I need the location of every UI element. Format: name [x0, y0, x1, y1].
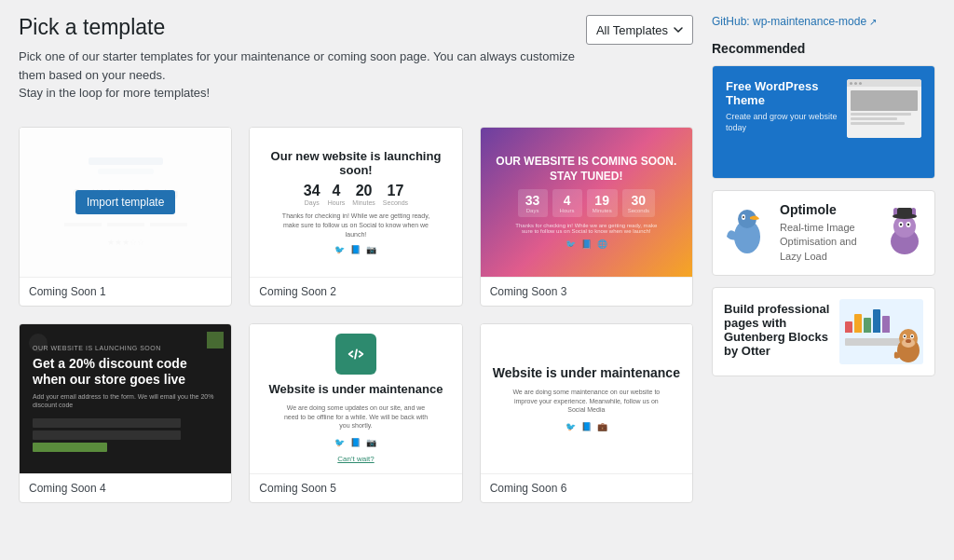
- cs6-linkedin-icon: 💼: [597, 422, 607, 431]
- page-header: Pick a template Pick one of our starter …: [19, 15, 586, 102]
- rec-card-wp-theme[interactable]: Free WordPress Theme Create and grow you…: [712, 65, 935, 179]
- template-card-cs5[interactable]: Website is under maintenance We are doin…: [249, 323, 462, 503]
- template-card-cs2[interactable]: Our new website is launching soon! 34 Da…: [249, 127, 462, 307]
- otter-character-icon: [893, 322, 923, 364]
- rec3-bar-5: [882, 316, 890, 333]
- import-template-button-cs1[interactable]: Import template: [75, 190, 175, 214]
- cs3-num-days: 33: [524, 193, 542, 208]
- cs3-facebook-icon: 📘: [581, 239, 592, 249]
- svg-point-20: [911, 335, 913, 337]
- rec1-text-area: Free WordPress Theme Create and grow you…: [726, 79, 839, 133]
- rec3-preview-area: [839, 299, 923, 364]
- rec1-dot-3: [859, 82, 862, 85]
- cs4-dots-decoration: [29, 334, 48, 352]
- cs2-num-minutes: 20: [352, 183, 375, 199]
- rec2-icon-area: [724, 204, 770, 263]
- instagram-icon: 📷: [366, 245, 376, 254]
- cs6-body-text: We are doing some maintenance on our web…: [511, 388, 661, 415]
- github-link-text: GitHub: wp-maintenance-mode: [712, 15, 866, 28]
- cs3-count-hours: 4 Hours: [552, 189, 582, 217]
- cs3-label-days: Days: [524, 208, 542, 213]
- cs3-count-days: 33 Days: [518, 189, 548, 217]
- template-card-cs4[interactable]: OUR WEBSITE IS LAUNCHING SOON Get a 20% …: [19, 323, 232, 503]
- template-card-cs3[interactable]: OUR WEBSITE IS COMING SOON. STAY TUNED! …: [480, 127, 693, 307]
- cs2-count-hours: 4 Hours: [328, 183, 346, 206]
- cs5-body-text: We are doing some updates on our site, a…: [281, 403, 430, 430]
- rec3-bar-1: [845, 321, 852, 333]
- cs3-label-hours: Hours: [558, 208, 577, 213]
- rec3-content: Build professional pages with Gutenberg …: [713, 288, 934, 376]
- svg-point-3: [743, 216, 744, 218]
- rec-card-optimole[interactable]: Optimole Real-time Image Optimisation an…: [712, 190, 935, 276]
- cs4-name-input: [33, 418, 181, 428]
- template-label-cs1: Coming Soon 1: [20, 277, 231, 306]
- rec1-browser-content: [847, 87, 921, 138]
- template-card-cs1[interactable]: Our Website is Comingsoon. Import templa…: [19, 127, 232, 307]
- template-label-cs3: Coming Soon 3: [481, 277, 692, 306]
- cs4-form: [33, 418, 218, 452]
- filter-label: All Templates: [596, 23, 668, 37]
- cs2-num-seconds: 17: [383, 183, 408, 199]
- svg-rect-13: [897, 208, 912, 217]
- otter-title: Build professional pages with Gutenberg …: [724, 302, 830, 358]
- github-row: GitHub: wp-maintenance-mode ↗: [712, 15, 935, 28]
- cs2-body-text: Thanks for checking in! While we are get…: [281, 212, 430, 239]
- cs2-count-days: 34 Days: [304, 183, 320, 206]
- cs4-subheading: Add your email address to the form. We w…: [33, 392, 218, 411]
- github-link[interactable]: GitHub: wp-maintenance-mode ↗: [712, 15, 935, 28]
- rec1-title: Free WordPress Theme: [726, 79, 839, 107]
- cs3-num-hours: 4: [558, 193, 577, 208]
- rec1-desc: Create and grow your website today: [726, 112, 839, 133]
- cs4-heading: Get a 20% discount code when our store g…: [33, 356, 218, 388]
- cs4-top-text: OUR WEBSITE IS LAUNCHING SOON: [33, 345, 161, 351]
- cs2-count-minutes: 20 Minutes: [352, 183, 375, 206]
- cs2-num-hours: 4: [328, 183, 346, 199]
- cs6-social: 🐦 📘 💼: [566, 422, 607, 431]
- cs2-social: 🐦 📘 📷: [334, 245, 376, 254]
- template-preview-cs2: Our new website is launching soon! 34 Da…: [250, 128, 461, 277]
- filter-dropdown[interactable]: All Templates: [586, 15, 693, 45]
- svg-point-7: [900, 224, 902, 225]
- rec2-mascot: [886, 206, 923, 260]
- cs2-count-seconds: 17 Seconds: [383, 183, 408, 206]
- page-description-2: Stay in the loop for more templates!: [19, 84, 586, 102]
- rec-card-otter[interactable]: Build professional pages with Gutenberg …: [712, 287, 935, 376]
- cs5-instagram-icon: 📷: [366, 438, 376, 447]
- cs4-dot-decoration: [207, 332, 224, 348]
- template-preview-cs6: Website is under maintenance We are doin…: [481, 324, 692, 473]
- cs2-label-seconds: Seconds: [383, 199, 408, 206]
- page-description-1: Pick one of our starter templates for yo…: [19, 48, 586, 84]
- svg-point-9: [907, 224, 909, 225]
- cs6-facebook-icon: 📘: [581, 422, 592, 431]
- facebook-icon: 📘: [350, 245, 361, 254]
- template-label-cs5: Coming Soon 5: [250, 473, 461, 502]
- rec1-text-lines: [851, 113, 918, 125]
- cs2-label-hours: Hours: [328, 199, 346, 206]
- cs5-social: 🐦 📘 📷: [334, 438, 376, 447]
- template-card-cs6[interactable]: Website is under maintenance We are doin…: [480, 323, 693, 503]
- rec1-img-placeholder: [851, 90, 918, 111]
- cs4-email-input: [33, 430, 181, 440]
- rec1-tline-3: [851, 122, 905, 125]
- rec1-browser-bar: [847, 79, 921, 87]
- cs2-num-days: 34: [304, 183, 320, 199]
- cs3-body-text: Thanks for checking in! While we are get…: [511, 223, 661, 234]
- svg-point-21: [906, 339, 911, 343]
- cs5-cant-wait-link[interactable]: Can't wait?: [337, 455, 374, 463]
- rec1-tline-2: [851, 117, 897, 120]
- cs3-title: OUR WEBSITE IS COMING SOON. STAY TUNED!: [490, 155, 683, 184]
- rec1-dot-2: [854, 82, 857, 85]
- cs3-globe-icon: 🌐: [597, 239, 607, 249]
- optimole-brand: Optimole: [780, 202, 877, 217]
- page-title: Pick a template: [19, 15, 586, 40]
- external-link-icon: ↗: [869, 17, 877, 27]
- rec2-text-area: Optimole Real-time Image Optimisation an…: [780, 202, 877, 264]
- cs3-label-seconds: Seconds: [628, 208, 649, 213]
- template-preview-cs3: OUR WEBSITE IS COMING SOON. STAY TUNED! …: [481, 128, 692, 277]
- cs5-facebook-icon: 📘: [350, 438, 361, 447]
- cs4-submit-btn: [33, 443, 107, 452]
- rec3-bar-3: [864, 318, 871, 333]
- chevron-down-icon: [674, 25, 683, 34]
- rec3-bar-2: [854, 314, 862, 333]
- import-overlay-cs1: Import template: [20, 128, 231, 277]
